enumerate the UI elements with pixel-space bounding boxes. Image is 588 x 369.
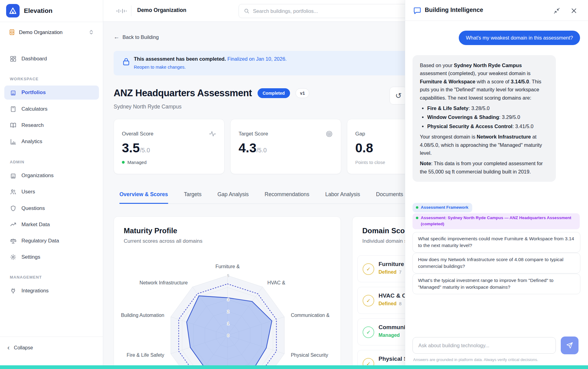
sidebar-item-portfolios[interactable]: Portfolios xyxy=(4,86,99,100)
score-denominator: /5.0 xyxy=(256,147,266,154)
section-label-admin: ADMIN xyxy=(10,160,24,164)
radar-axis-label: Network Infrastructure xyxy=(140,280,188,285)
sidebar-item-dashboard[interactable]: Dashboard xyxy=(4,52,99,66)
sidebar-item-label: Integrations xyxy=(21,288,49,294)
title-row: ANZ Headquarters Assessment Completed v1 xyxy=(114,88,309,99)
domain-status-label: Defined xyxy=(379,301,397,306)
refresh-icon: ↺ xyxy=(395,91,402,100)
completion-banner: This assessment has been completed. Fina… xyxy=(114,51,438,75)
book-icon xyxy=(10,122,17,129)
user-message: What's my weakest domain in this assessm… xyxy=(459,31,580,45)
org-selector-label: Demo Organization xyxy=(19,29,62,35)
sidebar-item-analytics[interactable]: Analytics xyxy=(4,135,99,149)
tab-recommendations[interactable]: Recommendations xyxy=(265,191,309,204)
tab-documents[interactable]: Documents xyxy=(376,191,403,204)
suggested-question-1[interactable]: What specific improvements could move Fu… xyxy=(413,232,580,253)
activity-pulse-icon xyxy=(209,130,216,138)
version-badge[interactable]: v1 xyxy=(296,88,310,98)
ai-bullet: Physical Security & Access Control: 3.41… xyxy=(427,122,548,130)
assessment-tabs: Overview & Scores Targets Gap Analysis R… xyxy=(119,191,441,204)
lock-icon xyxy=(122,57,130,66)
sidebar-item-users[interactable]: Users xyxy=(4,185,99,199)
divider xyxy=(0,22,103,22)
scales-icon xyxy=(10,238,17,244)
score-denominator: /5.0 xyxy=(140,147,150,154)
banner-finalized-text: Finalized on Jan 10, 2026. xyxy=(227,56,287,62)
card-label: Gap xyxy=(355,131,365,137)
sidebar-item-label: Users xyxy=(21,189,35,195)
grid-icon xyxy=(10,55,17,62)
building-intelligence-panel: Building Intelligence What's my weakest … xyxy=(405,0,588,369)
gap-value: 0.8 xyxy=(355,141,373,155)
sidebar-item-questions[interactable]: Questions xyxy=(4,201,99,215)
chevron-updown-icon xyxy=(89,29,93,35)
topbar-org-name: Demo Organization xyxy=(137,7,186,13)
calculator-icon xyxy=(10,106,17,112)
sidebar-item-label: Organizations xyxy=(21,173,54,179)
target-icon xyxy=(326,130,333,138)
radar-axis-label: Furniture & xyxy=(215,264,239,269)
page-subtitle: Sydney North Ryde Campus xyxy=(114,104,182,110)
sidebar-item-label: Analytics xyxy=(21,139,42,145)
minimize-icon[interactable] xyxy=(553,7,560,14)
tab-gap-analysis[interactable]: Gap Analysis xyxy=(217,191,249,204)
plug-icon xyxy=(10,287,17,294)
ai-paragraph: Based on your Sydney North Ryde Campus a… xyxy=(420,61,548,102)
green-dot-icon xyxy=(416,217,418,219)
section-label-workspace: WORKSPACE xyxy=(10,77,39,81)
gear-icon xyxy=(10,254,17,261)
back-link-label: Back to Building xyxy=(123,34,159,40)
sidebar-item-calculators[interactable]: Calculators xyxy=(4,102,99,116)
waveform-icon[interactable] xyxy=(116,8,127,14)
trending-up-icon xyxy=(10,221,17,228)
sidebar-item-label: Portfolios xyxy=(21,89,46,96)
sidebar-item-label: Regulatory Data xyxy=(21,238,59,244)
banner-text: This assessment has been completed. Fina… xyxy=(134,56,287,62)
sidebar-item-integrations[interactable]: Integrations xyxy=(4,284,99,298)
sidebar-item-regulatory-data[interactable]: Regulatory Data xyxy=(4,234,99,248)
arrow-left-icon: ← xyxy=(114,34,119,40)
mountain-logo-icon xyxy=(9,7,17,14)
organization-building-icon xyxy=(10,172,17,179)
app-logo-icon xyxy=(6,4,20,17)
maturity-status-label: Managed xyxy=(127,160,147,165)
domain-status: Defined7 xyxy=(379,269,401,275)
chat-input[interactable] xyxy=(413,337,556,354)
reopen-link[interactable]: Reopen to make changes. xyxy=(134,65,186,70)
collapse-sidebar-button[interactable]: ‹ Collapse xyxy=(7,344,33,352)
status-badge: Completed xyxy=(258,88,290,98)
close-icon[interactable] xyxy=(571,7,577,14)
domain-status-label: Managed xyxy=(379,333,400,338)
sidebar-item-settings[interactable]: Settings xyxy=(4,250,99,264)
collapse-label: Collapse xyxy=(14,345,33,351)
back-to-building-link[interactable]: ← Back to Building xyxy=(114,34,159,40)
suggested-question-2[interactable]: How does my Network Infrastructure score… xyxy=(413,253,580,273)
svg-text:3: 3 xyxy=(227,297,229,302)
gap-subtitle: Points to close xyxy=(355,160,385,165)
send-button[interactable] xyxy=(561,337,579,354)
tab-overview-scores[interactable]: Overview & Scores xyxy=(119,191,168,204)
domain-status: Defined8 xyxy=(379,301,401,306)
card-label: Target Score xyxy=(239,131,268,137)
sidebar-item-organizations[interactable]: Organizations xyxy=(4,169,99,183)
sidebar-item-research[interactable]: Research xyxy=(4,118,99,132)
suggested-question-3[interactable]: What's the typical investment range to i… xyxy=(413,274,580,294)
ai-bullet: Window Coverings & Shading: 3.29/5.0 xyxy=(427,113,548,121)
sidebar-item-market-data[interactable]: Market Data xyxy=(4,218,99,232)
svg-text:0: 0 xyxy=(227,333,229,338)
radar-axis-label: Fire & Life Safety xyxy=(127,352,164,358)
svg-text:2: 2 xyxy=(227,309,229,314)
chevron-left-icon: ‹ xyxy=(7,344,9,352)
org-selector[interactable]: Demo Organization xyxy=(4,26,99,39)
search-icon xyxy=(244,8,250,14)
svg-text:5: 5 xyxy=(227,273,229,278)
tab-targets[interactable]: Targets xyxy=(184,191,202,204)
portfolio-building-icon xyxy=(10,89,17,96)
ai-message: Based on your Sydney North Ryde Campus a… xyxy=(413,55,556,182)
bar-chart-icon xyxy=(10,138,17,145)
ai-paragraph: Your strongest domain is Network Infrast… xyxy=(420,133,548,157)
tab-labor-analysis[interactable]: Labor Analysis xyxy=(325,191,360,204)
source-chip-assessment[interactable]: Assessment: Sydney North Ryde Campus — A… xyxy=(413,213,580,229)
source-chip-framework[interactable]: Assessment Framework xyxy=(413,203,472,212)
green-dot-icon xyxy=(122,161,125,164)
